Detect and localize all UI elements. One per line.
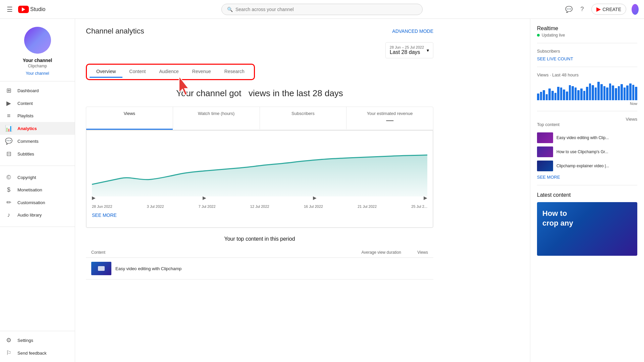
bar	[586, 87, 588, 100]
stats-tab-subscribers[interactable]: Subscribers	[260, 107, 346, 130]
sidebar-bottom: ⚙ Settings ⚐ Send feedback	[0, 331, 75, 362]
divider-1	[537, 43, 637, 43]
bar	[606, 87, 608, 100]
top-item-3: Clipchamp explainer video |...	[537, 161, 637, 171]
create-button[interactable]: ▶ CREATE	[591, 4, 626, 15]
top-content-right: Top content Views Easy video editing wit…	[537, 117, 637, 180]
top-item-2: How to use Clipchamp's Gr...	[537, 146, 637, 157]
customisation-icon: ✏	[5, 199, 12, 206]
bar	[595, 87, 597, 100]
see-live-count-button[interactable]: SEE LIVE COUNT	[537, 56, 637, 61]
nav-section: ⊞ Dashboard ▶ Content ≡ Playlists 📊 Anal…	[0, 81, 75, 163]
date-7: 25 Jul 2...	[411, 204, 427, 208]
bar	[612, 85, 614, 100]
see-more-right-button[interactable]: SEE MORE	[537, 175, 637, 180]
help-icon[interactable]: ?	[578, 3, 586, 15]
latest-video-thumbnail[interactable]: How tocrop any	[537, 202, 637, 256]
date-6: 21 Jul 2022	[358, 204, 377, 208]
sidebar-item-content[interactable]: ▶ Content	[0, 97, 75, 110]
subscribers-label: Subscribers	[537, 49, 637, 54]
right-panel: Realtime Updating live Subscribers SEE L…	[530, 19, 644, 362]
see-more-button[interactable]: SEE MORE	[87, 208, 433, 222]
revenue-value: —	[349, 116, 430, 125]
sidebar-item-monetisation[interactable]: $ Monetisation	[0, 184, 75, 196]
bar	[597, 82, 600, 100]
views-col-header: Views	[401, 250, 428, 255]
search-bar[interactable]: 🔍	[221, 4, 423, 15]
date-1: 28 Jun 2022	[92, 204, 112, 208]
date-picker[interactable]: 28 Jun – 25 Jul 2022 Last 28 days ▾	[385, 42, 433, 58]
sidebar-item-dashboard[interactable]: ⊞ Dashboard	[0, 84, 75, 97]
search-icon: 🔍	[227, 7, 233, 12]
sidebar-item-send-feedback[interactable]: ⚐ Send feedback	[0, 347, 75, 359]
top-item-1: Easy video editing with Clip...	[537, 132, 637, 143]
settings-icon: ⚙	[5, 337, 12, 344]
nav-subtitles-label: Subtitles	[17, 152, 34, 157]
bar	[618, 86, 620, 100]
sidebar-item-analytics[interactable]: 📊 Analytics	[0, 122, 75, 135]
table-header: Content Average view duration Views	[86, 247, 433, 258]
top-content-title: Your top content in this period	[86, 236, 433, 242]
nav-playlists-label: Playlists	[17, 113, 34, 118]
advanced-mode-button[interactable]: ADVANCED MODE	[392, 28, 433, 34]
views-label: Views	[89, 111, 170, 116]
tab-research[interactable]: Research	[218, 66, 251, 78]
bar	[603, 86, 606, 100]
sidebar-item-subtitles[interactable]: ⊟ Subtitles	[0, 147, 75, 160]
tab-audience[interactable]: Audience	[152, 66, 185, 78]
realtime-status: Updating live	[537, 33, 637, 38]
bar	[580, 88, 583, 100]
tab-overview[interactable]: Overview	[90, 66, 122, 78]
content-title: Easy video editing with Clipchamp	[115, 266, 181, 271]
bar	[583, 91, 586, 100]
nav-audio-library-label: Audio library	[17, 213, 42, 218]
date-picker-area: 28 Jun – 25 Jul 2022 Last 28 days ▾	[86, 42, 433, 58]
stats-tabs: Views Watch time (hours) Subscribers You…	[86, 107, 433, 130]
channel-avatar[interactable]	[24, 27, 51, 54]
tab-content[interactable]: Content	[122, 66, 152, 78]
channel-link[interactable]: Your channel	[26, 71, 49, 76]
stats-tab-watchtime[interactable]: Watch time (hours)	[173, 107, 260, 130]
bar	[554, 93, 557, 100]
audio-library-icon: ♪	[5, 212, 12, 219]
avatar[interactable]	[632, 4, 639, 15]
sidebar-item-customisation[interactable]: ✏ Customisation	[0, 196, 75, 209]
realtime-status-label: Updating live	[542, 33, 565, 38]
studio-label: Studio	[30, 6, 45, 12]
feedback-icon: ⚐	[5, 349, 12, 357]
bar	[560, 87, 562, 100]
hamburger-icon[interactable]: ☰	[5, 4, 14, 15]
now-label: Now	[537, 102, 637, 106]
headline-before: Your channel got	[176, 88, 241, 98]
watchtime-label: Watch time (hours)	[176, 111, 257, 116]
chart-dates: 28 Jun 2022 3 Jul 2022 7 Jul 2022 12 Jul…	[87, 202, 433, 208]
youtube-studio-logo[interactable]: Studio	[18, 6, 45, 13]
live-dot	[537, 34, 540, 37]
bar	[546, 94, 548, 100]
bar	[537, 94, 539, 100]
date-range-label: 28 Jun – 25 Jul 2022	[390, 45, 424, 49]
sidebar-item-comments[interactable]: 💬 Comments	[0, 135, 75, 147]
top-content-name-3: Clipchamp explainer video |...	[556, 164, 637, 168]
nav-analytics-label: Analytics	[17, 126, 37, 131]
sidebar-item-copyright[interactable]: © Copyright	[0, 171, 75, 184]
date-4: 12 Jul 2022	[250, 204, 269, 208]
content-col-header: Content	[91, 250, 334, 255]
channel-info: Your channel Clipchamp Your channel	[0, 19, 75, 81]
headline-after: views in the last 28 days	[249, 88, 343, 98]
bar	[563, 89, 565, 100]
divider-3	[537, 111, 637, 111]
tab-revenue[interactable]: Revenue	[185, 66, 218, 78]
stats-tab-revenue[interactable]: Your estimated revenue —	[346, 107, 433, 130]
messages-icon[interactable]: 💬	[565, 3, 573, 15]
bar	[615, 88, 617, 100]
nav-settings-label: Settings	[17, 338, 33, 343]
nav-section-2: © Copyright $ Monetisation ✏ Customisati…	[0, 169, 75, 224]
sidebar-item-playlists[interactable]: ≡ Playlists	[0, 110, 75, 122]
search-input[interactable]	[235, 7, 417, 12]
stats-tab-views[interactable]: Views	[86, 107, 173, 130]
monetisation-icon: $	[5, 186, 12, 193]
sidebar-item-settings[interactable]: ⚙ Settings	[0, 334, 75, 347]
sidebar-item-audio-library[interactable]: ♪ Audio library	[0, 209, 75, 221]
top-thumb-1	[537, 132, 553, 143]
